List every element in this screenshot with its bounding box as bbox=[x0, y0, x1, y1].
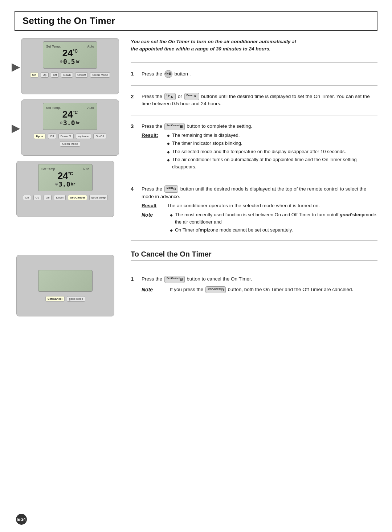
down-btn-3: Down bbox=[54, 195, 65, 200]
on-btn-3: On bbox=[23, 195, 31, 200]
remote-image-3: Set Temp. Auto 24°C ⊙ 3.0 hr On Up bbox=[16, 161, 114, 218]
step-4-result-block: Result The air conditioner operates in t… bbox=[142, 202, 377, 234]
arrow-icon-2: ▶ bbox=[12, 122, 20, 134]
timer-unit-2: hr bbox=[76, 121, 80, 125]
step-3: 3 Press the Set/Cancel⊟ button to comple… bbox=[131, 118, 377, 175]
set-temp-label-3: Set Temp. bbox=[41, 167, 56, 171]
step-content-3: Press the Set/Cancel⊟ button to complete… bbox=[142, 123, 377, 172]
note-label-4: Note bbox=[142, 211, 167, 219]
cancel-good-btn: good sleep bbox=[67, 296, 85, 302]
timer-on-icon-3: ⊙ bbox=[55, 182, 58, 187]
remote-buttons-3: On Up Off Down Set/Cancel good sleep bbox=[20, 195, 110, 200]
bullet-3-4: The air conditioner turns on automatical… bbox=[167, 156, 377, 171]
page-number: E-24 bbox=[16, 514, 27, 525]
set-temp-label-1: Set Temp. bbox=[46, 45, 61, 48]
step-num-1: 1 bbox=[131, 70, 139, 77]
remote-control-3: Set Temp. Auto 24°C ⊙ 3.0 hr On Up bbox=[16, 161, 114, 217]
step-1: 1 Press the On⊟ button . bbox=[131, 66, 377, 82]
timer-value-3: 3.0 bbox=[58, 180, 70, 188]
onoff-btn-2: On/Off bbox=[93, 134, 106, 139]
step-1-text: Press the On⊟ button . bbox=[142, 70, 377, 78]
mode-label-1: Auto bbox=[87, 45, 94, 48]
mpizone-btn-2: mpizone bbox=[76, 134, 91, 139]
page-title: Setting the On Timer bbox=[23, 15, 369, 26]
bullet-3-1: The remaining time is displayed. bbox=[167, 132, 377, 139]
result-label-4: Result bbox=[142, 202, 167, 210]
cancel-set-cancel-icon: Set/Cancel⊟ bbox=[164, 276, 185, 283]
remote-screen-2: Set Temp. Auto 24°C ⊙ 3.0 hr bbox=[43, 103, 97, 130]
title-bar: Setting the On Timer bbox=[15, 11, 377, 31]
page: Setting the On Timer ▶ Set Temp. Auto 24… bbox=[0, 0, 392, 532]
timer-unit-1: hr bbox=[76, 60, 80, 64]
divider-2 bbox=[131, 115, 377, 115]
cancel-section-title: To Cancel the On Timer bbox=[131, 250, 377, 261]
divider-4 bbox=[131, 240, 377, 241]
down-button-icon: Down▼ bbox=[184, 93, 199, 100]
mode-button-icon: Mode⊙ bbox=[164, 185, 178, 193]
on-button-icon: On⊟ bbox=[164, 70, 172, 78]
cancel-note-row: Note If you press the Set/Cancel⊟ button… bbox=[142, 286, 377, 295]
step-num-3: 3 bbox=[131, 123, 139, 129]
note-bullets-4: The most recently used function is set b… bbox=[170, 211, 377, 234]
timer-display-1: ⊙ 0.5 hr bbox=[60, 58, 80, 65]
cancel-screen bbox=[38, 270, 93, 292]
result-bullets-3: The remaining time is displayed. The tim… bbox=[167, 132, 377, 171]
remote-control-2: Set Temp. Auto 24°C ⊙ 3.0 hr Up ▲ Off bbox=[21, 99, 119, 156]
cancel-set-cancel-btn: Set/Cancel bbox=[45, 296, 65, 302]
step-content-4: Press the Mode⊙ button until the desired… bbox=[142, 185, 377, 234]
up-btn-2: Up ▲ bbox=[34, 134, 46, 139]
step-3-result-block: Result: The remaining time is displayed.… bbox=[142, 132, 377, 171]
clean-mode-btn-2: Clean Mode bbox=[60, 141, 80, 147]
note-bullet-4-2: On Timer of mpizone mode cannot be set o… bbox=[170, 226, 377, 234]
cancel-step-1-text: Press the Set/Cancel⊟ button to cancel t… bbox=[142, 275, 377, 283]
set-cancel-icon-3: Set/Cancel⊟ bbox=[164, 123, 185, 130]
timer-on-icon-1: ⊙ bbox=[60, 59, 62, 64]
on-btn-1: On bbox=[30, 72, 38, 78]
step-num-2: 2 bbox=[131, 93, 139, 99]
remote-image-4: Set/Cancel good sleep bbox=[16, 255, 114, 316]
down-btn-2: Down ▼ bbox=[58, 134, 74, 139]
result-text-4: The air conditioner operates in the sele… bbox=[167, 202, 320, 210]
timer-display-3: ⊙ 3.0 hr bbox=[55, 180, 75, 188]
step-4: 4 Press the Mode⊙ button until the desir… bbox=[131, 181, 377, 237]
off-btn-3: Off bbox=[44, 195, 52, 200]
cancel-step-num-1: 1 bbox=[131, 276, 139, 282]
cancel-note-btn-icon: Set/Cancel⊟ bbox=[205, 286, 226, 294]
off-btn-1: Off bbox=[51, 72, 59, 78]
remote-image-1: ▶ Set Temp. Auto 24°C ⊙ 0.5 hr bbox=[12, 38, 119, 96]
step-4-text: Press the Mode⊙ button until the desired… bbox=[142, 185, 377, 201]
step-2: 2 Press the Up▲ or Down▼ buttons until t… bbox=[131, 89, 377, 112]
step-num-4: 4 bbox=[131, 186, 139, 192]
timer-unit-3: hr bbox=[71, 182, 75, 186]
remote-buttons-1: On Up Off Down On/Off Clean Mode bbox=[25, 72, 115, 78]
mode-label-2: Auto bbox=[87, 106, 94, 110]
cancel-note-text: If you press the Set/Cancel⊟ button, bot… bbox=[170, 286, 353, 294]
divider-6 bbox=[131, 301, 377, 301]
temp-display-3: 24°C bbox=[58, 171, 73, 180]
divider-0 bbox=[131, 62, 377, 63]
clean-btn-1: Clean Mode bbox=[90, 72, 110, 78]
bullet-3-3: The selected mode and the temperature on… bbox=[167, 148, 377, 155]
remote-image-2: ▶ Set Temp. Auto 24°C ⊙ 3.0 hr bbox=[12, 99, 119, 157]
onoff-btn-1: On/Off bbox=[75, 72, 88, 78]
remote-control-1: Set Temp. Auto 24°C ⊙ 0.5 hr On Up bbox=[21, 38, 119, 94]
note-row-4: Note The most recently used function is … bbox=[142, 211, 377, 234]
divider-5 bbox=[131, 268, 377, 268]
bullet-3-2: The timer indicator stops blinking. bbox=[167, 140, 377, 147]
result-row-3: Result: The remaining time is displayed.… bbox=[142, 132, 377, 171]
up-btn-1: Up bbox=[41, 72, 49, 78]
divider-3 bbox=[131, 178, 377, 178]
off-btn-2: Off bbox=[48, 134, 56, 139]
arrow-icon-1: ▶ bbox=[12, 61, 20, 73]
temp-display-2: 24°C bbox=[62, 110, 78, 119]
remote-control-4: Set/Cancel good sleep bbox=[16, 255, 114, 316]
remote-screen-1: Set Temp. Auto 24°C ⊙ 0.5 hr bbox=[43, 41, 97, 69]
timer-value-1: 0.5 bbox=[63, 58, 75, 65]
timer-value-2: 3.0 bbox=[63, 119, 75, 127]
intro-text: You can set the On Timer to turn on the … bbox=[131, 38, 377, 53]
set-cancel-btn-3: Set/Cancel bbox=[68, 195, 87, 200]
up-button-icon: Up▲ bbox=[164, 93, 176, 100]
down-btn-1: Down bbox=[61, 72, 73, 78]
result-label-3: Result: bbox=[142, 132, 167, 139]
remote-screen-3: Set Temp. Auto 24°C ⊙ 3.0 hr bbox=[38, 164, 93, 191]
